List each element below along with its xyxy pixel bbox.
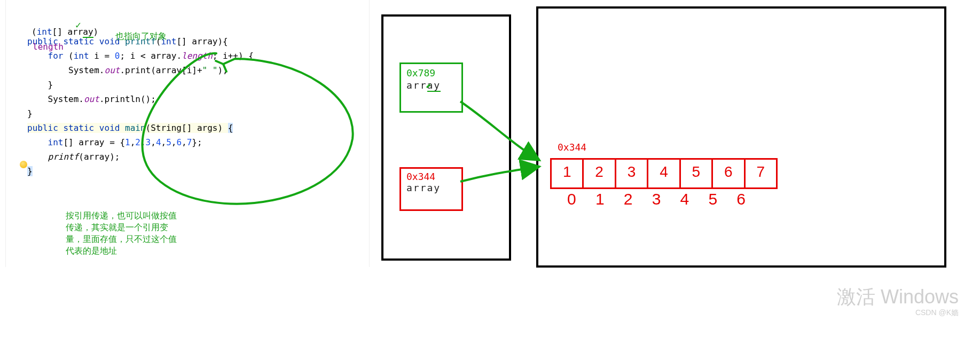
heap-memory-box <box>536 6 946 268</box>
code-editor[interactable]: (int[] array) ✓ 也指向了对象 length public sta… <box>5 0 370 267</box>
fragment-length: length <box>33 42 64 52</box>
var-printf: array <box>401 79 461 92</box>
array-indices: 0 1 2 3 4 5 6 <box>558 190 755 208</box>
stack-frame-printf: 0x789 array <box>399 62 463 113</box>
array-cell: 5 <box>681 160 713 187</box>
var-main: array <box>401 182 461 193</box>
array-cell: 7 <box>746 160 776 187</box>
heap-obj-addr: 0x344 <box>558 142 586 153</box>
stack-frame-main: 0x344 array <box>399 167 463 211</box>
array-cell: 2 <box>584 160 616 187</box>
partial-signature: (int[] array) <box>32 27 98 37</box>
heap-array-object: 1 2 3 4 5 6 7 <box>550 158 778 189</box>
array-cell: 4 <box>648 160 680 187</box>
watermark-csdn: CSDN @K嫱 <box>915 308 959 318</box>
array-cell: 3 <box>616 160 648 187</box>
addr-main: 0x344 <box>401 169 461 182</box>
watermark-activate-windows: 激活 Windows <box>837 284 959 310</box>
stack-memory-box <box>381 14 511 261</box>
addr-printf: 0x789 <box>401 64 461 79</box>
array-cell: 1 <box>552 160 584 187</box>
checkmark-icon: ✓ <box>75 19 81 30</box>
annotation-points-to-object: 也指向了对象 <box>115 31 167 42</box>
commentary-pass-by-reference: 按引用传递，也可以叫做按值传递，其实就是一个引用变量，里面存值，只不过这个值代表… <box>66 210 177 257</box>
array-cell: 6 <box>713 160 745 187</box>
lightbulb-icon[interactable] <box>20 161 27 168</box>
